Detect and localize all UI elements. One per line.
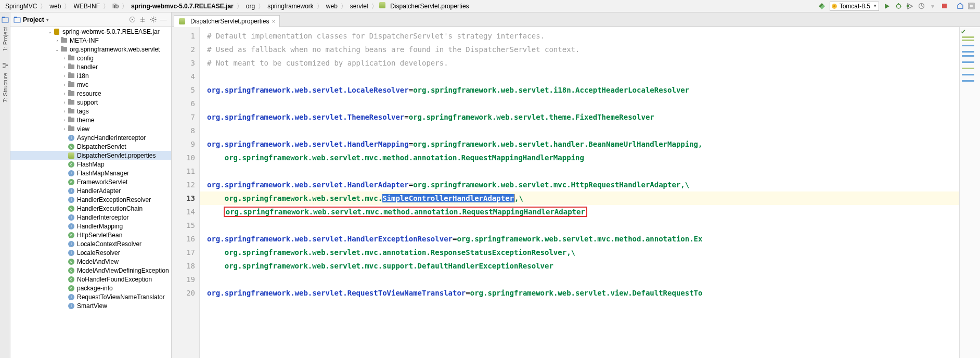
- breadcrumb-item[interactable]: WEB-INF: [71, 3, 102, 10]
- structure-tool-tab[interactable]: 7: Structure: [2, 71, 8, 105]
- tree-node[interactable]: ISmartView: [10, 301, 171, 310]
- code-line[interactable]: # Used as fallback when no matching bean…: [207, 43, 959, 56]
- settings-gear-icon[interactable]: [148, 15, 158, 24]
- tree-node[interactable]: cFrameworkServlet: [10, 177, 171, 186]
- breadcrumb-item[interactable]: SpringMVC: [3, 3, 39, 10]
- tree-node[interactable]: IHandlerExceptionResolver: [10, 195, 171, 204]
- code-content[interactable]: # Default implementation classes for Dis…: [200, 27, 959, 358]
- run-icon[interactable]: [882, 2, 892, 11]
- code-line[interactable]: org.springframework.web.servlet.mvc.meth…: [207, 205, 959, 219]
- tree-twistie-icon[interactable]: ›: [61, 126, 68, 132]
- search-everywhere-icon[interactable]: [966, 2, 976, 11]
- code-line[interactable]: [207, 97, 959, 110]
- breadcrumb-item[interactable]: spring-webmvc-5.0.7.RELEASE.jar: [129, 3, 236, 10]
- structure-tool-icon[interactable]: [2, 62, 9, 69]
- breadcrumb-item[interactable]: springframework: [265, 3, 316, 10]
- tree-twistie-icon[interactable]: ›: [61, 109, 68, 114]
- tree-node[interactable]: ILocaleResolver: [10, 248, 171, 257]
- tree-twistie-icon[interactable]: ›: [61, 73, 68, 79]
- tree-node[interactable]: IAsyncHandlerInterceptor: [10, 133, 171, 142]
- tree-node[interactable]: ⌄spring-webmvc-5.0.7.RELEASE.jar: [10, 27, 171, 36]
- tree-node[interactable]: ›theme: [10, 116, 171, 124]
- tree-node[interactable]: cpackage-info: [10, 284, 171, 292]
- tree-node[interactable]: cHttpServletBean: [10, 231, 171, 239]
- tree-node[interactable]: IFlashMapManager: [10, 169, 171, 177]
- project-tree[interactable]: ⌄spring-webmvc-5.0.7.RELEASE.jar›META-IN…: [10, 27, 171, 358]
- tree-node[interactable]: cHandlerExecutionChain: [10, 204, 171, 213]
- stop-icon[interactable]: [939, 2, 949, 11]
- tree-node[interactable]: ⌄org.springframework.web.servlet: [10, 45, 171, 54]
- tree-twistie-icon[interactable]: ›: [61, 118, 68, 123]
- tree-twistie-icon[interactable]: ›: [61, 91, 68, 96]
- tree-twistie-icon[interactable]: ⌄: [54, 47, 60, 52]
- tree-node[interactable]: ›config: [10, 54, 171, 62]
- breadcrumb-item[interactable]: web: [324, 3, 340, 10]
- breadcrumb-item[interactable]: servlet: [348, 3, 370, 10]
- tree-node[interactable]: ›tags: [10, 107, 171, 116]
- code-line[interactable]: org.springframework.web.servlet.HandlerA…: [207, 178, 959, 191]
- code-line[interactable]: org.springframework.web.servlet.mvc.anno…: [207, 246, 959, 259]
- tree-node[interactable]: cModelAndView: [10, 257, 171, 266]
- debug-icon[interactable]: [894, 2, 903, 11]
- tree-node[interactable]: ›META-INF: [10, 36, 171, 45]
- tree-node[interactable]: cDispatcherServlet: [10, 142, 171, 151]
- tree-node[interactable]: ›mvc: [10, 80, 171, 89]
- tree-twistie-icon[interactable]: ⌄: [47, 29, 53, 34]
- line-gutter[interactable]: 1234567891011121314151617181920: [172, 27, 200, 358]
- tree-node[interactable]: ›support: [10, 98, 171, 107]
- code-line[interactable]: org.springframework.web.servlet.mvc.Simp…: [200, 191, 959, 205]
- code-line[interactable]: org.springframework.web.servlet.LocaleRe…: [207, 83, 959, 97]
- attach-icon[interactable]: ▾: [928, 2, 937, 11]
- tree-node-label: HandlerExceptionResolver: [77, 196, 151, 203]
- build-icon[interactable]: [817, 2, 827, 11]
- run-config-selector[interactable]: Tomcat-8.5: [830, 2, 879, 11]
- breadcrumb-item[interactable]: lib: [110, 3, 121, 10]
- editor-tab[interactable]: DispatcherServlet.properties ×: [174, 15, 280, 27]
- breadcrumb-item[interactable]: org: [244, 3, 257, 10]
- profile-icon[interactable]: [917, 2, 926, 11]
- code-line[interactable]: org.springframework.web.servlet.HandlerM…: [207, 137, 959, 151]
- breadcrumb-item[interactable]: DispatcherServlet.properties: [388, 3, 471, 10]
- update-project-icon[interactable]: [955, 2, 964, 11]
- tree-twistie-icon[interactable]: ›: [61, 65, 68, 70]
- tree-node[interactable]: DispatcherServlet.properties: [10, 151, 171, 160]
- code-line[interactable]: [207, 70, 959, 83]
- tree-node[interactable]: ›view: [10, 124, 171, 133]
- code-line[interactable]: org.springframework.web.servlet.RequestT…: [207, 286, 959, 300]
- collapse-all-icon[interactable]: [138, 15, 147, 24]
- tree-node[interactable]: cNoHandlerFoundException: [10, 275, 171, 284]
- code-line[interactable]: # Not meant to be customized by applicat…: [207, 56, 959, 70]
- code-line[interactable]: [207, 273, 959, 286]
- project-tool-icon[interactable]: [2, 16, 9, 23]
- coverage-icon[interactable]: [905, 2, 914, 11]
- code-line[interactable]: [207, 219, 959, 232]
- tree-node[interactable]: cModelAndViewDefiningException: [10, 266, 171, 275]
- locate-icon[interactable]: [127, 15, 137, 24]
- sidebar-dropdown-icon[interactable]: ▾: [46, 17, 49, 22]
- close-tab-icon[interactable]: ×: [272, 18, 275, 24]
- tree-node[interactable]: ›i18n: [10, 71, 171, 80]
- code-line[interactable]: org.springframework.web.servlet.mvc.meth…: [207, 151, 959, 164]
- tree-twistie-icon[interactable]: ›: [61, 100, 68, 105]
- tree-twistie-icon[interactable]: ›: [61, 56, 68, 61]
- tree-node[interactable]: ILocaleContextResolver: [10, 239, 171, 248]
- tree-node[interactable]: ›resource: [10, 89, 171, 98]
- code-line[interactable]: [207, 164, 959, 178]
- tree-node[interactable]: IHandlerMapping: [10, 222, 171, 231]
- tree-node[interactable]: IHandlerInterceptor: [10, 213, 171, 222]
- error-stripe[interactable]: ✔: [959, 27, 980, 358]
- tree-node[interactable]: cFlashMap: [10, 160, 171, 169]
- tree-node[interactable]: ›handler: [10, 62, 171, 71]
- code-line[interactable]: # Default implementation classes for Dis…: [207, 29, 959, 43]
- code-line[interactable]: org.springframework.web.servlet.HandlerE…: [207, 232, 959, 246]
- breadcrumb-item[interactable]: web: [47, 3, 63, 10]
- code-line[interactable]: [207, 124, 959, 137]
- tree-node[interactable]: IRequestToViewNameTranslator: [10, 292, 171, 301]
- hide-icon[interactable]: —: [159, 15, 168, 24]
- tree-twistie-icon[interactable]: ›: [61, 82, 68, 87]
- project-tool-tab[interactable]: 1: Project: [2, 25, 8, 53]
- code-line[interactable]: org.springframework.web.servlet.mvc.supp…: [207, 259, 959, 273]
- tree-node[interactable]: IHandlerAdapter: [10, 186, 171, 195]
- tree-twistie-icon[interactable]: ›: [54, 38, 60, 43]
- code-line[interactable]: org.springframework.web.servlet.ThemeRes…: [207, 110, 959, 124]
